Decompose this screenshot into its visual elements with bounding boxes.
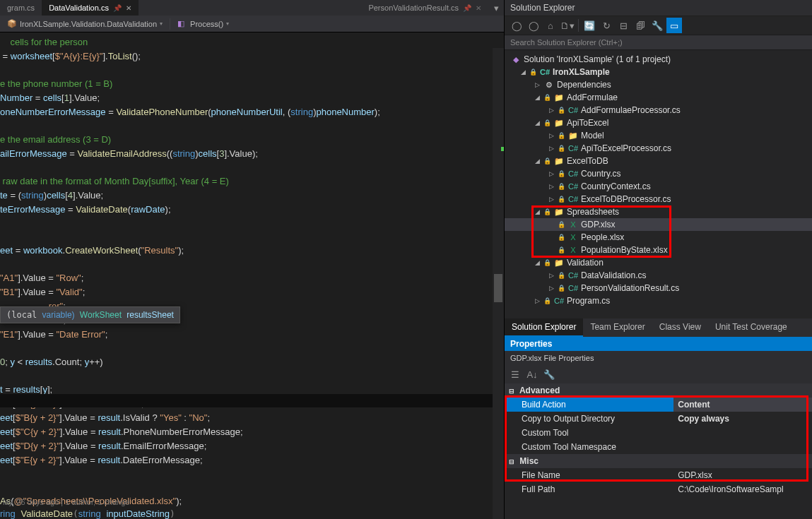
folder-icon: 📁 (553, 117, 565, 129)
code-line: eet = workbook.CreateWorkSheet("Results"… (0, 245, 184, 256)
method-icon: ◧ (177, 19, 187, 29)
xlsx-icon: X (567, 244, 579, 256)
editor-pane: gram.cs DataValidation.cs 📌 ✕ PersonVali… (0, 0, 505, 519)
prop-full-path[interactable]: Full PathC:\Code\IronSoftwareSampl (505, 482, 812, 496)
properties-subtitle: GDP.xlsx File Properties (505, 351, 812, 365)
folder-validation[interactable]: ◢🔒📁Validation (505, 256, 812, 269)
scrollbar[interactable] (493, 48, 504, 519)
prop-copy-output[interactable]: Copy to Output DirectoryCopy always (505, 412, 812, 426)
pin-icon[interactable]: 📌 (113, 4, 122, 12)
tab-solution-explorer[interactable]: Solution Explorer (505, 318, 583, 337)
tab-label: DataValidation.cs (49, 4, 109, 12)
tab-program-cs[interactable]: gram.cs (0, 0, 42, 16)
cs-icon: C# (567, 193, 579, 205)
tab-label: gram.cs (7, 4, 35, 12)
code-line: t = results[y]; (0, 384, 52, 395)
category-misc[interactable]: Misc (519, 456, 539, 466)
solution-explorer-toolbar: ◯ ◯ ⌂ 🗋▾ 🔄 ↻ ⊟ 🗐 🔧 ▭ (505, 16, 812, 35)
cs-icon: C# (567, 282, 579, 294)
category-advanced[interactable]: Advanced (519, 386, 560, 395)
cs-icon: C# (567, 105, 579, 116)
properties-panel: Properties GDP.xlsx File Properties ☰ A↓… (505, 337, 812, 519)
cs-icon: C# (567, 270, 579, 281)
prop-file-name[interactable]: File NameGDP.xlsx (505, 468, 812, 482)
codelens-blame[interactable]: lay, 26 days ago | 1 author, 1 change (3, 498, 129, 506)
refresh-icon[interactable]: ↻ (599, 18, 614, 33)
dependencies-node[interactable]: ▷⚙Dependencies (505, 78, 812, 91)
folder-apitoexcel[interactable]: ◢🔒📁ApiToExcel (505, 117, 812, 129)
solution-icon: ◆ (510, 54, 522, 65)
file-country[interactable]: ▷🔒C#Country.cs (505, 167, 812, 180)
dependencies-icon: ⚙ (543, 79, 555, 90)
code-line: eet[$"C{y + 2}"].Value = result.PhoneNum… (0, 426, 243, 437)
code-editor[interactable]: ⧉ cells for the person = worksheet[$"A{y… (0, 32, 504, 519)
code-line: ailErrorMessage = ValidateEmailAddress((… (0, 148, 258, 159)
forward-icon[interactable]: ◯ (526, 18, 541, 33)
chevron-down-icon: ▾ (160, 20, 163, 27)
file-countryctx[interactable]: ▷🔒C#CountryContext.cs (505, 180, 812, 193)
file-population-xlsx[interactable]: 🔒XPopulationByState.xlsx (505, 244, 812, 256)
file-program[interactable]: ▷🔒C#Program.cs (505, 294, 812, 307)
folder-spreadsheets[interactable]: ◢🔒📁Spreadsheets (505, 205, 812, 218)
breadcrumb-text: Process() (190, 20, 223, 28)
solution-search[interactable] (505, 35, 812, 50)
intellisense-tooltip: (local variable) WorkSheet resultsSheet (0, 306, 180, 323)
prop-build-action[interactable]: Build ActionContent (505, 398, 812, 412)
prop-custom-tool[interactable]: Custom Tool (505, 426, 812, 440)
properties-icon[interactable]: 🔧 (649, 18, 665, 33)
bottom-panel-tabs: Solution Explorer Team Explorer Class Vi… (505, 318, 812, 337)
tab-unit-test-coverage[interactable]: Unit Test Coverage (708, 318, 794, 337)
folder-icon: 📁 (553, 257, 565, 268)
close-icon[interactable]: ✕ (126, 4, 131, 12)
folder-model[interactable]: ▷🔒📁Model (505, 129, 812, 142)
breadcrumb-method[interactable]: ◧ Process() ▾ (173, 19, 233, 29)
sync-icon[interactable]: 🔄 (582, 18, 597, 33)
prop-custom-tool-ns[interactable]: Custom Tool Namespace (505, 440, 812, 454)
tab-team-explorer[interactable]: Team Explorer (583, 318, 652, 337)
folder-addformulae[interactable]: ◢🔒📁AddFormulae (505, 91, 812, 104)
tab-label: PersonValidationResult.cs (368, 4, 459, 12)
file-apitoexcelproc[interactable]: ▷🔒C#ApiToExcelProcessor.cs (505, 142, 812, 155)
code-line: eet[$"E{y + 2}"].Value = result.DateErro… (0, 455, 203, 465)
code-line: raw date in the format of Month Day[suff… (0, 176, 229, 186)
file-addformulaeproc[interactable]: ▷🔒C#AddFormulaeProcessor.cs (505, 104, 812, 117)
back-icon[interactable]: ◯ (509, 18, 524, 33)
file-people-xlsx[interactable]: 🔒XPeople.xlsx (505, 231, 812, 244)
file-exceltodbproc[interactable]: ▷🔒C#ExcelToDBProcessor.cs (505, 193, 812, 205)
chevron-down-icon: ▾ (226, 20, 229, 27)
folder-icon: 📁 (553, 206, 565, 217)
tab-personvalidationresult-cs[interactable]: PersonValidationResult.cs 📌 ✕ (361, 0, 488, 16)
cs-icon: C# (553, 295, 565, 306)
categorized-icon[interactable]: ☰ (507, 366, 523, 382)
code-line: e the phone number (1 = B) (0, 78, 112, 89)
project-node[interactable]: ◢🔒C#IronXLSample (505, 66, 812, 78)
preview-icon[interactable]: ▭ (666, 18, 682, 33)
alphabetical-icon[interactable]: A↓ (524, 366, 540, 382)
search-input[interactable] (510, 38, 806, 47)
file-datavalidation[interactable]: ▷🔒C#DataValidation.cs (505, 269, 812, 282)
file-pvr[interactable]: ▷🔒C#PersonValidationResult.cs (505, 282, 812, 294)
pin-icon[interactable]: 📌 (463, 4, 471, 12)
tab-datavalidation-cs[interactable]: DataValidation.cs 📌 ✕ (42, 0, 139, 16)
code-line: "B1"].Value = "Valid"; (0, 287, 85, 297)
close-icon[interactable]: ✕ (476, 4, 481, 12)
code-line: te = (string)cells[4].Value; (0, 190, 103, 201)
properties-toolbar: ☰ A↓ 🔧 (505, 365, 812, 383)
solution-node[interactable]: ◆Solution 'IronXLSample' (1 of 1 project… (505, 53, 812, 66)
code-line: Number = cells[1].Value; (0, 93, 100, 103)
home-icon[interactable]: ⌂ (543, 18, 558, 33)
folder-icon: 📁 (553, 155, 565, 167)
folder-exceltodb[interactable]: ◢🔒📁ExcelToDB (505, 155, 812, 167)
switch-views-icon[interactable]: 🗋▾ (560, 18, 575, 33)
code-line: cells for the person (0, 37, 88, 47)
code-line: e the email address (3 = D) (0, 134, 111, 145)
app-root: gram.cs DataValidation.cs 📌 ✕ PersonVali… (0, 0, 812, 519)
code-line: eet[$"B{y + 2}"].Value = result.IsValid … (0, 412, 210, 423)
file-gdp-xlsx[interactable]: 🔒XGDP.xlsx (505, 218, 812, 231)
property-pages-icon[interactable]: 🔧 (541, 366, 557, 382)
show-all-icon[interactable]: 🗐 (632, 18, 648, 33)
window-dropdown-icon[interactable]: ▾ (488, 0, 504, 16)
collapse-all-icon[interactable]: ⊟ (616, 18, 631, 33)
breadcrumb-namespace[interactable]: 📦 IronXLSample.Validation.DataValidation… (3, 19, 167, 29)
tab-class-view[interactable]: Class View (652, 318, 708, 337)
